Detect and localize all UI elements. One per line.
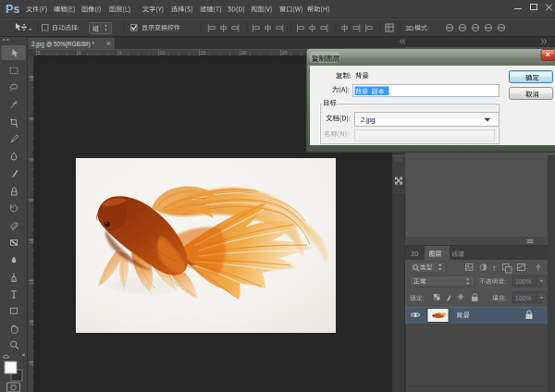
svg-text:15: 15 bbox=[201, 50, 206, 55]
svg-text:25: 25 bbox=[282, 50, 288, 55]
svg-text:0: 0 bbox=[79, 50, 81, 55]
svg-text:100%: 100% bbox=[515, 278, 531, 285]
svg-text:5: 5 bbox=[38, 50, 41, 55]
svg-text:5: 5 bbox=[119, 50, 122, 55]
svg-text:Ps: Ps bbox=[6, 3, 19, 16]
svg-text:10: 10 bbox=[160, 50, 166, 55]
svg-text:25: 25 bbox=[29, 361, 34, 366]
svg-text:2.jpg @ 50%(RGB/8#) *: 2.jpg @ 50%(RGB/8#) * bbox=[31, 41, 94, 48]
svg-text:2.jpg: 2.jpg bbox=[361, 116, 376, 124]
svg-text:10: 10 bbox=[29, 76, 34, 81]
svg-text:15: 15 bbox=[29, 279, 34, 285]
svg-text:5: 5 bbox=[29, 200, 34, 202]
svg-text:100%: 100% bbox=[515, 295, 531, 301]
svg-text:20: 20 bbox=[241, 50, 247, 55]
svg-text:20: 20 bbox=[29, 320, 34, 325]
svg-text:10: 10 bbox=[29, 239, 34, 244]
svg-text:T: T bbox=[492, 264, 497, 273]
svg-text:5: 5 bbox=[29, 118, 34, 121]
svg-text:0: 0 bbox=[29, 159, 34, 162]
svg-text:3D: 3D bbox=[405, 25, 413, 31]
